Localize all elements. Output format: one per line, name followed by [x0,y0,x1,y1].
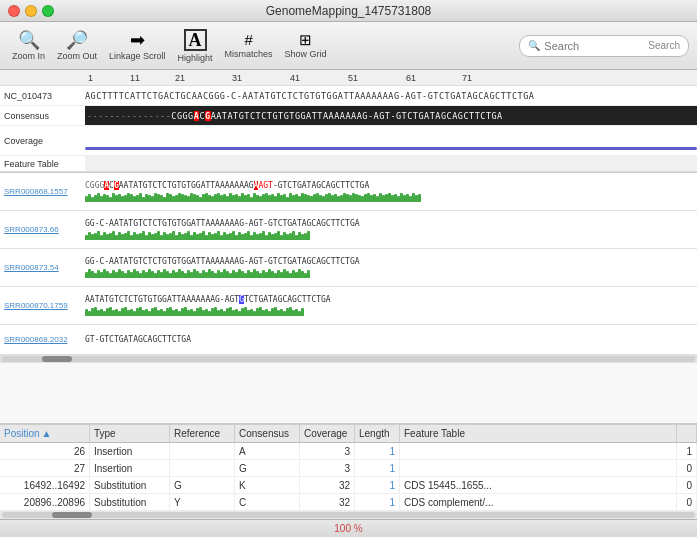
read-seq-1: CGGGACGAATATGTCTCTGTGTGGATTAAAAAAAGAAGT-… [85,181,697,191]
reads-scrollbar-thumb[interactable] [42,356,72,362]
read-content-3: GG-C-AATATGTCTCTGTGTGGATTAAAAAAAG-AGT-GT… [85,255,697,280]
table-row-1: 26 Insertion A 3 1 1 [0,443,697,460]
linkage-scroll-button[interactable]: ➡ Linkage Scroll [105,26,170,66]
td-type-3: Substitution [90,477,170,493]
td-len-2: 1 [355,460,400,476]
td-len-3: 1 [355,477,400,493]
maximize-button[interactable] [42,5,54,17]
table-scrollbar[interactable] [0,511,697,519]
read-bars-1 [85,192,697,202]
read-seq-3: GG-C-AATATGTCTCTGTGTGGATTAAAAAAAG-AGT-GT… [85,257,697,267]
col-header-feature: Feature Table [400,425,677,442]
td-ref-4: Y [170,494,235,510]
col-header-coverage: Coverage [300,425,355,442]
window-controls [8,5,54,17]
search-input[interactable] [544,40,644,52]
zoom-in-button[interactable]: 🔍 Zoom In [8,26,49,66]
read-track-4: SRR000870.1759 AATATGTCTCTGTGTGGATTAAAAA… [0,287,697,325]
mismatches-button[interactable]: # Mismatches [221,26,277,66]
td-pos-3: 16492..16492 [0,477,90,493]
zoom-in-icon: 🔍 [18,31,40,49]
read-label-5[interactable]: SRR000868.2032 [0,335,85,344]
bottom-table: Position ▲ Type Reference Consensus Cove… [0,424,697,519]
read-label-3[interactable]: SRR000873.54 [0,263,85,272]
td-len-1: 1 [355,443,400,459]
read-track-3: SRR000873.54 GG-C-AATATGTCTCTGTGTGGATTAA… [0,249,697,287]
td-con-4: C [235,494,300,510]
minimize-button[interactable] [25,5,37,17]
consensus-label: Consensus [0,111,85,121]
show-grid-button[interactable]: ⊞ Show Grid [281,26,331,66]
reads-scrollbar[interactable] [0,355,697,363]
td-pos-1: 26 [0,443,90,459]
read-label-4[interactable]: SRR000870.1759 [0,301,85,310]
zoom-status: 100 % [334,523,362,534]
table-scrollbar-track [2,512,695,518]
highlight-label: Highlight [178,53,213,63]
ruler-pos-41: 41 [290,73,300,83]
ruler-pos-61: 61 [406,73,416,83]
title-bar: GenomeMapping_1475731808 [0,0,697,22]
ruler-pos-11: 11 [130,73,140,83]
td-ref-3: G [170,477,235,493]
col-header-reference: Reference [170,425,235,442]
zoom-out-button[interactable]: 🔎 Zoom Out [53,26,101,66]
search-label: Search [648,40,680,51]
td-con-1: A [235,443,300,459]
td-last-4: 0 [677,494,697,510]
td-type-2: Insertion [90,460,170,476]
reference-row: NC_010473 AGCTTTTCATTCTGACTGCAACGGG-C-AA… [0,86,697,106]
td-len-4: 1 [355,494,400,510]
read-content-1: CGGGACGAATATGTCTCTGTGTGGATTAAAAAAAGAAGT-… [85,179,697,204]
td-cov-3: 32 [300,477,355,493]
td-last-1: 1 [677,443,697,459]
read-bars-2 [85,230,697,240]
td-cov-1: 3 [300,443,355,459]
consensus-row: Consensus ---------------CGGGACGAATATGTC… [0,106,697,126]
feature-label: Feature Table [0,159,85,169]
table-header: Position ▲ Type Reference Consensus Cove… [0,425,697,443]
reads-scrollbar-track [2,356,695,362]
zoom-out-label: Zoom Out [57,51,97,61]
td-feat-1 [400,443,677,459]
td-feat-2 [400,460,677,476]
ruler: 1 11 21 31 41 51 61 71 [0,70,697,86]
col-header-length: Length [355,425,400,442]
col-header-last [677,425,697,442]
read-bars-3 [85,268,697,278]
read-content-4: AATATGTCTCTGTGTGGATTAAAAAAAG-AGTGTCTGATA… [85,293,697,318]
genome-area: 1 11 21 31 41 51 61 71 NC_010473 AGCTTTT… [0,70,697,173]
td-cov-4: 32 [300,494,355,510]
td-con-2: G [235,460,300,476]
td-last-2: 0 [677,460,697,476]
show-grid-label: Show Grid [285,49,327,59]
zoom-out-icon: 🔎 [66,31,88,49]
table-scrollbar-thumb[interactable] [52,512,92,518]
close-button[interactable] [8,5,20,17]
ref-label: NC_010473 [0,91,85,101]
read-content-5: GT-GTCTGATAGCAGCTTCTGA [85,333,697,347]
search-box[interactable]: 🔍 Search [519,35,689,57]
col-header-position[interactable]: Position ▲ [0,425,90,442]
linkage-scroll-icon: ➡ [130,31,145,49]
read-seq-5: GT-GTCTGATAGCAGCTTCTGA [85,335,697,345]
read-label-1[interactable]: SRR000868.1557 [0,187,85,196]
td-type-1: Insertion [90,443,170,459]
td-ref-1 [170,443,235,459]
highlight-button[interactable]: A Highlight [174,26,217,66]
window-title: GenomeMapping_1475731808 [266,4,431,18]
coverage-line [85,147,697,150]
read-bars-4 [85,306,697,316]
ruler-pos-21: 21 [175,73,185,83]
ruler-pos-51: 51 [348,73,358,83]
table-row-4: 20896..20896 Substitution Y C 32 1 CDS c… [0,494,697,511]
coverage-row: Coverage [0,126,697,156]
read-label-2[interactable]: SRR000873.66 [0,225,85,234]
feature-row: Feature Table [0,156,697,172]
toolbar: 🔍 Zoom In 🔎 Zoom Out ➡ Linkage Scroll A … [0,22,697,70]
td-ref-2 [170,460,235,476]
ruler-pos-31: 31 [232,73,242,83]
ruler-pos-71: 71 [462,73,472,83]
coverage-bar [85,130,697,152]
td-type-4: Substitution [90,494,170,510]
